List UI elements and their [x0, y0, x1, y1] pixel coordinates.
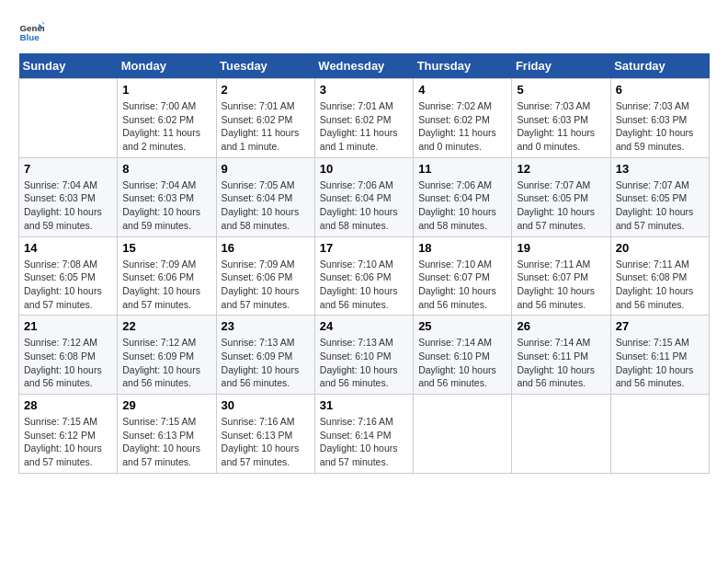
day-info: Sunrise: 7:10 AM Sunset: 6:06 PM Dayligh… [320, 258, 408, 312]
calendar-cell: 18Sunrise: 7:10 AM Sunset: 6:07 PM Dayli… [414, 236, 512, 316]
day-number: 31 [320, 398, 408, 412]
day-number: 13 [616, 162, 704, 176]
day-info: Sunrise: 7:16 AM Sunset: 6:13 PM Dayligh… [222, 415, 310, 469]
day-info: Sunrise: 7:03 AM Sunset: 6:03 PM Dayligh… [616, 99, 704, 154]
calendar-cell: 29Sunrise: 7:15 AM Sunset: 6:13 PM Dayli… [118, 395, 216, 474]
day-number: 25 [418, 319, 506, 333]
weekday-header-cell: Thursday [414, 53, 512, 79]
weekday-header-cell: Wednesday [314, 53, 413, 79]
calendar-cell: 27Sunrise: 7:15 AM Sunset: 6:11 PM Dayli… [610, 316, 709, 395]
calendar-cell: 31Sunrise: 7:16 AM Sunset: 6:14 PM Dayli… [314, 395, 413, 474]
calendar-cell: 12Sunrise: 7:07 AM Sunset: 6:05 PM Dayli… [512, 157, 610, 236]
day-info: Sunrise: 7:13 AM Sunset: 6:09 PM Dayligh… [222, 336, 310, 390]
day-number: 4 [418, 83, 506, 97]
day-number: 16 [222, 241, 310, 255]
calendar-body: 1Sunrise: 7:00 AM Sunset: 6:02 PM Daylig… [19, 79, 710, 474]
calendar-cell: 15Sunrise: 7:09 AM Sunset: 6:06 PM Dayli… [118, 236, 216, 316]
day-info: Sunrise: 7:04 AM Sunset: 6:03 PM Dayligh… [122, 178, 210, 233]
day-info: Sunrise: 7:11 AM Sunset: 6:07 PM Dayligh… [517, 258, 605, 312]
calendar-week-row: 21Sunrise: 7:12 AM Sunset: 6:08 PM Dayli… [19, 316, 710, 395]
calendar-cell: 23Sunrise: 7:13 AM Sunset: 6:09 PM Dayli… [216, 316, 314, 395]
day-info: Sunrise: 7:14 AM Sunset: 6:10 PM Dayligh… [418, 336, 506, 390]
svg-text:Blue: Blue [19, 32, 40, 42]
calendar-cell: 2Sunrise: 7:01 AM Sunset: 6:02 PM Daylig… [216, 79, 314, 158]
weekday-header-cell: Sunday [19, 53, 118, 79]
day-number: 11 [418, 162, 506, 176]
day-number: 20 [616, 241, 704, 255]
day-number: 28 [24, 398, 112, 412]
weekday-header-cell: Monday [118, 53, 216, 79]
day-info: Sunrise: 7:01 AM Sunset: 6:02 PM Dayligh… [222, 99, 310, 154]
day-info: Sunrise: 7:00 AM Sunset: 6:02 PM Dayligh… [122, 99, 210, 154]
day-info: Sunrise: 7:09 AM Sunset: 6:06 PM Dayligh… [222, 258, 310, 312]
calendar-cell: 8Sunrise: 7:04 AM Sunset: 6:03 PM Daylig… [118, 157, 216, 236]
day-info: Sunrise: 7:14 AM Sunset: 6:11 PM Dayligh… [517, 336, 605, 390]
day-info: Sunrise: 7:04 AM Sunset: 6:03 PM Dayligh… [24, 178, 112, 233]
calendar-cell: 25Sunrise: 7:14 AM Sunset: 6:10 PM Dayli… [414, 316, 512, 395]
day-number: 24 [320, 319, 408, 333]
day-number: 30 [222, 398, 310, 412]
calendar-cell: 28Sunrise: 7:15 AM Sunset: 6:12 PM Dayli… [19, 395, 118, 474]
day-number: 12 [517, 162, 605, 176]
calendar-cell: 22Sunrise: 7:12 AM Sunset: 6:09 PM Dayli… [118, 316, 216, 395]
day-number: 6 [616, 83, 704, 97]
day-number: 9 [222, 162, 310, 176]
calendar-cell: 17Sunrise: 7:10 AM Sunset: 6:06 PM Dayli… [314, 236, 413, 316]
calendar-cell: 4Sunrise: 7:02 AM Sunset: 6:02 PM Daylig… [414, 79, 512, 158]
logo: General Blue [18, 18, 48, 44]
weekday-header-cell: Friday [512, 53, 610, 79]
day-number: 19 [517, 241, 605, 255]
calendar-cell: 19Sunrise: 7:11 AM Sunset: 6:07 PM Dayli… [512, 236, 610, 316]
day-info: Sunrise: 7:13 AM Sunset: 6:10 PM Dayligh… [320, 336, 408, 390]
day-number: 17 [320, 241, 408, 255]
logo-icon: General Blue [18, 18, 44, 44]
day-info: Sunrise: 7:16 AM Sunset: 6:14 PM Dayligh… [320, 415, 408, 469]
calendar-week-row: 7Sunrise: 7:04 AM Sunset: 6:03 PM Daylig… [19, 157, 710, 236]
day-number: 29 [122, 398, 210, 412]
weekday-header-cell: Saturday [610, 53, 709, 79]
calendar-cell [610, 395, 709, 474]
day-number: 2 [222, 83, 310, 97]
calendar-cell: 1Sunrise: 7:00 AM Sunset: 6:02 PM Daylig… [118, 79, 216, 158]
day-info: Sunrise: 7:10 AM Sunset: 6:07 PM Dayligh… [418, 258, 506, 312]
day-info: Sunrise: 7:12 AM Sunset: 6:09 PM Dayligh… [122, 336, 210, 390]
day-info: Sunrise: 7:12 AM Sunset: 6:08 PM Dayligh… [24, 336, 112, 390]
calendar-cell: 6Sunrise: 7:03 AM Sunset: 6:03 PM Daylig… [610, 79, 709, 158]
day-info: Sunrise: 7:15 AM Sunset: 6:13 PM Dayligh… [122, 415, 210, 469]
day-info: Sunrise: 7:06 AM Sunset: 6:04 PM Dayligh… [320, 178, 408, 233]
day-info: Sunrise: 7:07 AM Sunset: 6:05 PM Dayligh… [517, 178, 605, 233]
day-number: 26 [517, 319, 605, 333]
day-number: 23 [222, 319, 310, 333]
calendar-cell: 21Sunrise: 7:12 AM Sunset: 6:08 PM Dayli… [19, 316, 118, 395]
calendar-cell [512, 395, 610, 474]
day-number: 15 [122, 241, 210, 255]
calendar-cell: 16Sunrise: 7:09 AM Sunset: 6:06 PM Dayli… [216, 236, 314, 316]
day-number: 8 [122, 162, 210, 176]
calendar-cell: 3Sunrise: 7:01 AM Sunset: 6:02 PM Daylig… [314, 79, 413, 158]
calendar-cell [414, 395, 512, 474]
day-info: Sunrise: 7:11 AM Sunset: 6:08 PM Dayligh… [616, 258, 704, 312]
day-number: 5 [517, 83, 605, 97]
calendar-table: SundayMondayTuesdayWednesdayThursdayFrid… [18, 53, 710, 474]
calendar-week-row: 28Sunrise: 7:15 AM Sunset: 6:12 PM Dayli… [19, 395, 710, 474]
calendar-cell: 5Sunrise: 7:03 AM Sunset: 6:03 PM Daylig… [512, 79, 610, 158]
page-header: General Blue [18, 18, 710, 44]
day-info: Sunrise: 7:01 AM Sunset: 6:02 PM Dayligh… [320, 99, 408, 154]
calendar-cell: 11Sunrise: 7:06 AM Sunset: 6:04 PM Dayli… [414, 157, 512, 236]
day-info: Sunrise: 7:05 AM Sunset: 6:04 PM Dayligh… [222, 178, 310, 233]
weekday-header-cell: Tuesday [216, 53, 314, 79]
day-number: 10 [320, 162, 408, 176]
day-info: Sunrise: 7:03 AM Sunset: 6:03 PM Dayligh… [517, 99, 605, 154]
day-number: 3 [320, 83, 408, 97]
day-info: Sunrise: 7:06 AM Sunset: 6:04 PM Dayligh… [418, 178, 506, 233]
day-info: Sunrise: 7:02 AM Sunset: 6:02 PM Dayligh… [418, 99, 506, 154]
calendar-week-row: 1Sunrise: 7:00 AM Sunset: 6:02 PM Daylig… [19, 79, 710, 158]
day-info: Sunrise: 7:15 AM Sunset: 6:11 PM Dayligh… [616, 336, 704, 390]
calendar-cell: 14Sunrise: 7:08 AM Sunset: 6:05 PM Dayli… [19, 236, 118, 316]
calendar-cell: 9Sunrise: 7:05 AM Sunset: 6:04 PM Daylig… [216, 157, 314, 236]
day-number: 14 [24, 241, 112, 255]
weekday-header-row: SundayMondayTuesdayWednesdayThursdayFrid… [19, 53, 710, 79]
day-number: 7 [24, 162, 112, 176]
day-number: 18 [418, 241, 506, 255]
calendar-cell: 24Sunrise: 7:13 AM Sunset: 6:10 PM Dayli… [314, 316, 413, 395]
